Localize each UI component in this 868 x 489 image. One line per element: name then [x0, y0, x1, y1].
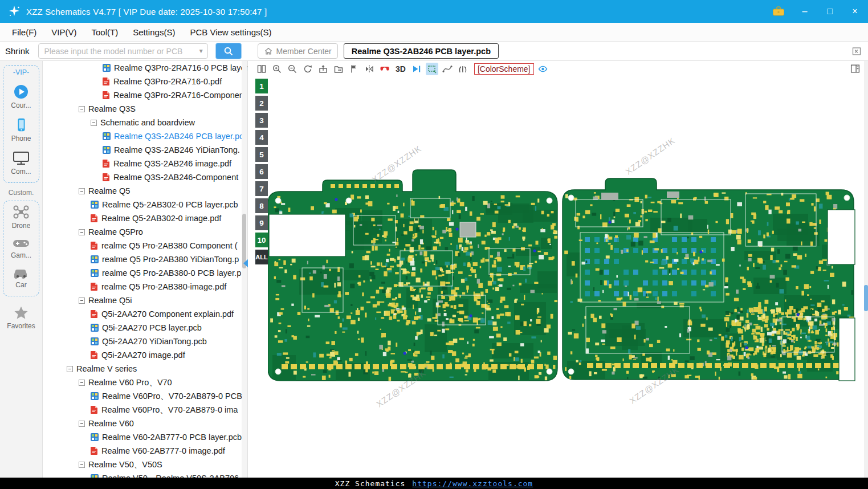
- maximize-button[interactable]: □: [825, 0, 835, 23]
- curve-icon[interactable]: [441, 63, 454, 75]
- tree-toggle-icon[interactable]: [79, 462, 85, 468]
- tree-item[interactable]: Realme V60: [43, 417, 247, 430]
- menu-toolt[interactable]: Tool(T): [84, 23, 126, 42]
- tree-item[interactable]: Realme Q5i: [43, 294, 247, 307]
- tree-item[interactable]: Realme V series: [43, 362, 247, 376]
- preview-eye-icon[interactable]: [537, 63, 549, 75]
- menu-filef[interactable]: File(F): [5, 23, 44, 42]
- tree-item[interactable]: Realme Q3S: [43, 102, 247, 116]
- tree-item[interactable]: realme Q5 Pro-2AB380 YiDianTong.p: [43, 252, 247, 266]
- tree-item[interactable]: Realme Q5: [43, 184, 247, 198]
- tree-toggle-icon[interactable]: [79, 421, 85, 427]
- layer-button-6[interactable]: 6: [255, 164, 268, 179]
- tree-item[interactable]: Realme Q3Pro-2RA716-0.pdf: [43, 75, 247, 88]
- model-search-input[interactable]: [44, 47, 196, 56]
- tree-item[interactable]: Realme V50、V50S: [43, 458, 247, 471]
- layer-button-5[interactable]: 5: [255, 147, 268, 162]
- pages-view-icon[interactable]: [255, 63, 268, 75]
- tree-item[interactable]: Q5i-2AA270 image.pdf: [43, 348, 247, 362]
- tree-item[interactable]: Realme V60Pro、V70-2AB879-0 PCB: [43, 389, 247, 403]
- tree-item-label: Realme Q3S-2AB246 image.pdf: [113, 159, 231, 168]
- tree-item[interactable]: Realme V60-2AB777-0 image.pdf: [43, 444, 247, 458]
- viewer-scrollbar[interactable]: [864, 61, 868, 478]
- flag-icon[interactable]: [348, 63, 360, 75]
- layer-button-2[interactable]: 2: [255, 96, 268, 111]
- tree-item[interactable]: realme Q5 Pro-2AB380-image.pdf: [43, 280, 247, 294]
- grab-icon[interactable]: [457, 63, 469, 75]
- layer-selector: 12345678910ALL: [255, 79, 268, 264]
- tree-item[interactable]: Realme V60-2AB777-0 PCB layer.pcb: [43, 430, 247, 444]
- tree-item[interactable]: Realme Q3S-2AB246 PCB layer.pc: [43, 129, 247, 143]
- tree-toggle-icon[interactable]: [79, 229, 85, 235]
- sidebar-item-car[interactable]: Car: [3, 267, 39, 289]
- tree-item[interactable]: Schematic and boardview: [43, 116, 247, 129]
- colorscheme-button[interactable]: [ColorScheme]: [474, 63, 534, 75]
- open-folder-icon[interactable]: [332, 63, 345, 75]
- zoom-out-icon[interactable]: [286, 63, 299, 75]
- sidebar-item-cour[interactable]: Cour...: [3, 84, 39, 109]
- menu-vipv[interactable]: VIP(V): [44, 23, 84, 42]
- tree-item[interactable]: Q5i-2AA270 PCB layer.pcb: [43, 321, 247, 335]
- tree-toggle-icon[interactable]: [91, 120, 97, 126]
- menu-settingss[interactable]: Settings(S): [125, 23, 182, 42]
- tree-item[interactable]: Realme Q3Pro-2RA716-0 PCB layer.p...: [43, 61, 247, 75]
- tree-item[interactable]: Realme Q3S-2AB246 YiDianTong.: [43, 143, 247, 157]
- layer-button-9[interactable]: 9: [255, 215, 268, 230]
- tree-item[interactable]: Q5i-2AA270 Component explain.pdf: [43, 307, 247, 321]
- tree-toggle-icon[interactable]: [67, 366, 73, 372]
- pcb-file-icon: [91, 433, 99, 441]
- sidebar-item-drone[interactable]: Drone: [3, 204, 39, 230]
- tree-toggle-icon[interactable]: [79, 106, 85, 112]
- layer-button-all[interactable]: ALL: [255, 250, 268, 264]
- tree-item[interactable]: Realme Q5-2AB302-0 image.pdf: [43, 211, 247, 225]
- tree-scrollbar[interactable]: [242, 61, 247, 478]
- statusbar-url[interactable]: https://www.xzztools.com: [412, 479, 533, 488]
- tree-item[interactable]: Realme V50、Realme V50S-2AB706: [43, 471, 247, 478]
- export-board-icon[interactable]: [317, 63, 329, 75]
- viewer-scrollbar-thumb[interactable]: [864, 285, 868, 311]
- tree-toggle-icon[interactable]: [79, 188, 85, 194]
- shrink-button[interactable]: Shrink: [5, 46, 30, 56]
- tree-item[interactable]: Realme Q5-2AB302-0 PCB layer.pcb: [43, 198, 247, 211]
- tree-item[interactable]: Realme Q5Pro: [43, 225, 247, 239]
- tree-item[interactable]: Realme V60 Pro、V70: [43, 376, 247, 389]
- 3d-view-button[interactable]: 3D: [394, 64, 407, 74]
- tree-item[interactable]: Realme Q3Pro-2RA716-Component: [43, 88, 247, 102]
- sidebar-item-favorites[interactable]: Favorites: [0, 305, 42, 330]
- tree-toggle-icon[interactable]: [79, 380, 85, 386]
- model-search-box[interactable]: ▼: [38, 43, 208, 59]
- layer-button-1[interactable]: 1: [255, 79, 268, 93]
- layer-button-3[interactable]: 3: [255, 113, 268, 128]
- rotate-icon[interactable]: [301, 63, 314, 75]
- tree-item[interactable]: Q5i-2AA270 YiDianTong.pcb: [43, 335, 247, 348]
- tree-item[interactable]: Realme V60Pro、V70-2AB879-0 ima: [43, 403, 247, 417]
- layer-button-7[interactable]: 7: [255, 181, 268, 196]
- close-panel-icon[interactable]: [851, 46, 862, 56]
- goggles-icon[interactable]: [378, 63, 391, 75]
- zoom-in-icon[interactable]: [271, 63, 283, 75]
- close-button[interactable]: ×: [850, 0, 860, 23]
- sidebar-item-gam[interactable]: Gam...: [3, 237, 39, 259]
- vip-briefcase-icon[interactable]: [772, 6, 785, 17]
- layer-button-4[interactable]: 4: [255, 130, 268, 145]
- area-select-icon[interactable]: [426, 63, 438, 75]
- sidebar-item-phone[interactable]: Phone: [3, 117, 39, 142]
- tree-item[interactable]: Realme Q3S-2AB246-Component: [43, 170, 247, 184]
- layer-button-8[interactable]: 8: [255, 198, 268, 213]
- sidebar-item-com[interactable]: Com...: [3, 150, 39, 176]
- search-button[interactable]: [215, 43, 242, 59]
- jump-arrow-icon[interactable]: [410, 63, 423, 75]
- minimize-button[interactable]: –: [800, 0, 810, 23]
- pcb-canvas[interactable]: [268, 80, 866, 475]
- layer-button-10[interactable]: 10: [255, 233, 268, 247]
- tree-toggle-icon[interactable]: [79, 298, 85, 304]
- panel-layout-icon[interactable]: [850, 63, 861, 74]
- menu-pcbviewsettingss[interactable]: PCB View settings(S): [182, 23, 279, 42]
- tree-item[interactable]: realme Q5 Pro-2AB380 Component (: [43, 239, 247, 252]
- mirror-icon[interactable]: [363, 63, 376, 75]
- tree-item[interactable]: Realme Q3S-2AB246 image.pdf: [43, 157, 247, 170]
- member-center-button[interactable]: Member Center: [258, 43, 338, 59]
- document-tab[interactable]: Realme Q3S-2AB246 PCB layer.pcb: [344, 43, 499, 59]
- tree-item[interactable]: realme Q5 Pro-2AB380-0 PCB layer.p: [43, 266, 247, 280]
- chevron-down-icon[interactable]: ▼: [198, 48, 204, 54]
